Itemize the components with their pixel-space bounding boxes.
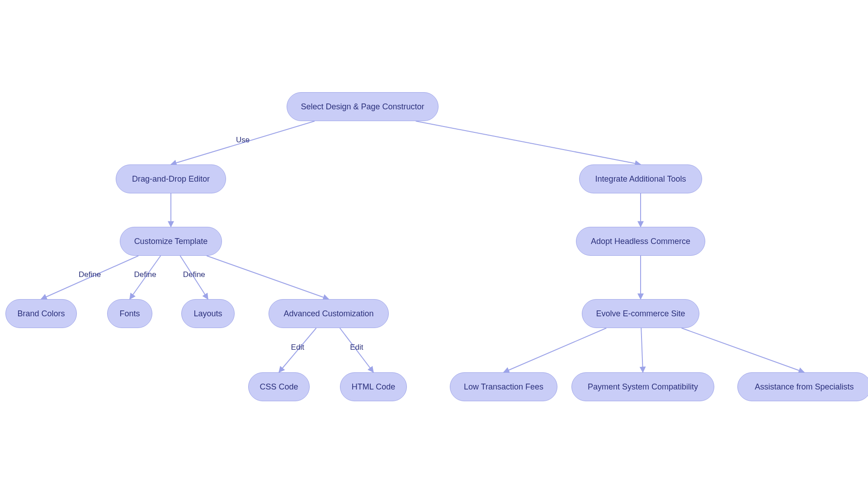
node-drag: Drag-and-Drop Editor	[116, 164, 226, 193]
edge-label-advanced-css: Edit	[291, 343, 304, 352]
edge-label-advanced-html: Edit	[350, 343, 363, 352]
node-label: HTML Code	[352, 382, 395, 392]
node-label: Select Design & Page Constructor	[301, 102, 424, 112]
node-label: Fonts	[119, 309, 140, 319]
node-css: CSS Code	[248, 372, 310, 401]
edge-label-customize-fonts: Define	[134, 270, 156, 279]
edge-evolve-payment	[641, 328, 643, 372]
node-label: Advanced Customization	[283, 309, 373, 319]
node-payment: Payment System Compatibility	[571, 372, 714, 401]
node-brand: Brand Colors	[5, 299, 77, 328]
edge-evolve-assist	[682, 328, 805, 372]
node-root: Select Design & Page Constructor	[287, 92, 439, 121]
node-evolve: Evolve E-commerce Site	[582, 299, 699, 328]
node-label: Brand Colors	[17, 309, 65, 319]
node-label: Adopt Headless Commerce	[591, 237, 690, 246]
node-label: Payment System Compatibility	[588, 382, 698, 392]
edge-label-root-drag: Use	[236, 136, 250, 145]
node-customize: Customize Template	[120, 227, 222, 256]
node-label: Assistance from Specialists	[755, 382, 854, 392]
node-assist: Assistance from Specialists	[737, 372, 868, 401]
node-tools: Integrate Additional Tools	[579, 164, 702, 193]
node-label: Evolve E-commerce Site	[596, 309, 685, 319]
edge-customize-advanced	[207, 256, 329, 299]
node-label: Integrate Additional Tools	[595, 174, 686, 184]
node-label: Customize Template	[134, 237, 208, 246]
edge-label-customize-layouts: Define	[183, 270, 205, 279]
node-label: Low Transaction Fees	[464, 382, 543, 392]
node-label: CSS Code	[259, 382, 298, 392]
node-label: Drag-and-Drop Editor	[132, 174, 210, 184]
node-fonts: Fonts	[107, 299, 152, 328]
node-label: Layouts	[193, 309, 222, 319]
edge-label-customize-brand: Define	[79, 270, 101, 279]
node-lowfee: Low Transaction Fees	[450, 372, 557, 401]
node-advanced: Advanced Customization	[269, 299, 389, 328]
flowchart-canvas: Select Design & Page ConstructorDrag-and…	[0, 0, 868, 488]
node-html: HTML Code	[340, 372, 407, 401]
edge-root-tools	[416, 121, 641, 164]
edge-evolve-lowfee	[504, 328, 606, 372]
node-headless: Adopt Headless Commerce	[576, 227, 705, 256]
node-layouts: Layouts	[181, 299, 235, 328]
